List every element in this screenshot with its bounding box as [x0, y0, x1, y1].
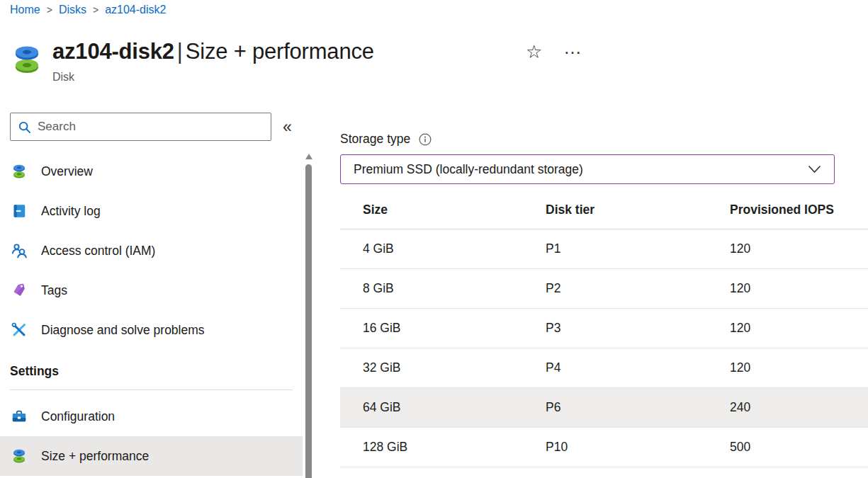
sidebar-scrollbar	[304, 154, 313, 478]
resource-type-label: Disk	[52, 71, 374, 84]
size-performance-panel: Storage type Premium SSD (locally-redund…	[340, 132, 868, 467]
sidebar-item-activity-log[interactable]: Activity log	[0, 191, 303, 231]
sidebar-section-settings: Settings	[10, 364, 303, 379]
storage-type-selected-value: Premium SSD (locally-redundant storage)	[354, 162, 583, 177]
breadcrumb-separator: >	[47, 4, 52, 16]
more-options-icon[interactable]: …	[563, 38, 584, 57]
storage-type-dropdown[interactable]: Premium SSD (locally-redundant storage)	[340, 154, 835, 184]
disk-icon	[10, 162, 28, 181]
sidebar-item-configuration[interactable]: Configuration	[0, 397, 303, 436]
chevron-down-icon	[808, 165, 821, 173]
table-row[interactable]: 16 GiB P3 120	[340, 309, 868, 348]
search-input[interactable]	[38, 120, 264, 134]
section-divider	[10, 389, 293, 390]
breadcrumb-separator: >	[93, 4, 98, 16]
breadcrumb-link-disks[interactable]: Disks	[59, 4, 86, 16]
table-row[interactable]: 4 GiB P1 120	[340, 229, 868, 269]
disk-size-table: Size Disk tier Provisioned IOPS 4 GiB P1…	[340, 191, 868, 467]
info-icon[interactable]	[419, 133, 432, 146]
column-header-size: Size	[340, 203, 546, 217]
favorite-star-icon[interactable]: ☆	[526, 42, 542, 61]
tag-icon	[10, 281, 28, 300]
sidebar-item-overview[interactable]: Overview	[0, 152, 303, 191]
sidebar-item-access-control[interactable]: Access control (IAM)	[0, 231, 303, 271]
search-icon	[18, 120, 31, 134]
column-header-provisioned-iops: Provisioned IOPS	[730, 203, 868, 217]
sidebar-item-tags[interactable]: Tags	[0, 271, 303, 310]
disk-icon	[10, 447, 28, 465]
table-row[interactable]: 8 GiB P2 120	[340, 269, 868, 309]
column-header-disk-tier: Disk tier	[546, 203, 730, 217]
activity-log-icon	[10, 202, 28, 220]
table-row[interactable]: 128 GiB P10 500	[340, 428, 868, 467]
sidebar-item-diagnose[interactable]: Diagnose and solve problems	[0, 310, 303, 350]
table-row[interactable]: 32 GiB P4 120	[340, 348, 868, 388]
diagnose-icon	[10, 321, 28, 339]
scrollbar-thumb[interactable]	[305, 164, 312, 478]
breadcrumb-link-current[interactable]: az104-disk2	[105, 4, 166, 16]
access-control-icon	[10, 241, 28, 260]
page-title: az104-disk2|Size + performance	[52, 39, 374, 64]
sidebar-search	[10, 113, 271, 141]
storage-type-label: Storage type	[340, 132, 410, 147]
collapse-menu-icon[interactable]: «	[283, 119, 292, 135]
scrollbar-up-arrow-icon[interactable]	[305, 154, 312, 159]
toolbox-icon	[10, 407, 28, 426]
table-header-row: Size Disk tier Provisioned IOPS	[340, 191, 868, 229]
page-header: az104-disk2|Size + performance Disk	[10, 39, 374, 84]
disk-icon	[10, 42, 44, 77]
resource-menu-sidebar: « Overview Activity log	[0, 113, 303, 476]
breadcrumb-link-home[interactable]: Home	[10, 4, 40, 16]
sidebar-item-size-performance[interactable]: Size + performance	[0, 436, 303, 476]
table-row-selected[interactable]: 64 GiB P6 240	[340, 388, 868, 428]
breadcrumb: Home > Disks > az104-disk2	[10, 4, 166, 16]
